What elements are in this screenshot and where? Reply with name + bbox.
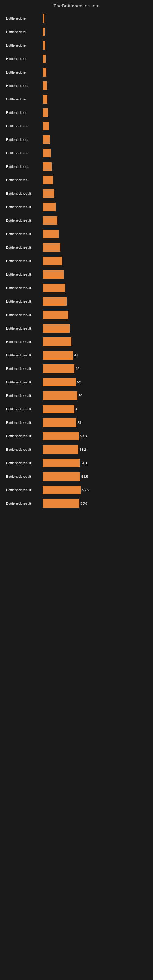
bar-fill	[43, 337, 71, 346]
bar-label: Bottleneck result	[6, 246, 43, 249]
bar-label: Bottleneck result	[6, 299, 43, 303]
bar-label: Bottleneck result	[6, 475, 43, 478]
page-header: TheBottlenecker.com	[0, 0, 153, 10]
bar-row: Bottleneck resu	[6, 161, 147, 172]
bar-fill	[43, 68, 46, 76]
bar-label: Bottleneck res	[6, 151, 43, 155]
bar-wrapper	[43, 337, 147, 346]
bar-label: Bottleneck resu	[6, 178, 43, 182]
bar-value: 53.8	[80, 434, 87, 438]
bar-fill	[43, 283, 65, 292]
bar-fill	[43, 472, 80, 481]
bar-row: Bottleneck result	[6, 188, 147, 199]
bar-row: Bottleneck result	[6, 202, 147, 213]
bar-label: Bottleneck result	[6, 286, 43, 290]
bar-label: Bottleneck result	[6, 313, 43, 317]
bar-row: Bottleneck result49	[6, 363, 147, 374]
bar-fill	[43, 41, 45, 49]
bar-wrapper	[43, 283, 147, 292]
bar-label: Bottleneck result	[6, 434, 43, 438]
chart-container: Bottleneck reBottleneck reBottleneck reB…	[0, 10, 153, 514]
bar-wrapper: 51.	[43, 418, 147, 427]
bar-wrapper	[43, 162, 147, 171]
bar-wrapper: 54.5	[43, 472, 147, 481]
bar-wrapper	[43, 14, 147, 23]
bar-wrapper	[43, 176, 147, 185]
bar-row: Bottleneck result48	[6, 350, 147, 361]
bar-row: Bottleneck res	[6, 121, 147, 132]
bar-label: Bottleneck re	[6, 70, 43, 74]
bar-label: Bottleneck result	[6, 353, 43, 357]
bar-label: Bottleneck result	[6, 380, 43, 384]
bar-wrapper	[43, 122, 147, 130]
bar-row: Bottleneck re	[6, 94, 147, 105]
bar-label: Bottleneck result	[6, 192, 43, 196]
bar-label: Bottleneck re	[6, 30, 43, 34]
bar-fill	[43, 378, 76, 387]
bar-value: 54.1	[81, 461, 87, 465]
bar-fill	[43, 14, 45, 23]
bar-wrapper	[43, 135, 147, 144]
bar-row: Bottleneck re	[6, 67, 147, 78]
bar-wrapper	[43, 189, 147, 198]
bar-fill	[43, 108, 48, 117]
bar-wrapper: 55%	[43, 486, 147, 494]
bar-row: Bottleneck re	[6, 107, 147, 118]
bar-row: Bottleneck result	[6, 215, 147, 226]
bar-row: Bottleneck result53.2	[6, 444, 147, 455]
bar-fill	[43, 95, 48, 103]
bar-fill	[43, 499, 79, 508]
bar-label: Bottleneck result	[6, 232, 43, 236]
bar-fill	[43, 162, 52, 171]
bar-fill	[43, 122, 49, 130]
bar-label: Bottleneck re	[6, 16, 43, 20]
bar-label: Bottleneck result	[6, 407, 43, 411]
bar-label: Bottleneck re	[6, 97, 43, 101]
bar-label: Bottleneck result	[6, 394, 43, 398]
bar-row: Bottleneck result54.5	[6, 471, 147, 482]
bar-fill	[43, 364, 74, 373]
bar-fill	[43, 230, 59, 238]
bar-wrapper: 53.8	[43, 432, 147, 441]
bar-label: Bottleneck re	[6, 57, 43, 60]
bar-row: Bottleneck re	[6, 40, 147, 51]
bar-value: 4	[76, 407, 77, 411]
bar-fill	[43, 203, 56, 211]
bar-value: 49	[76, 367, 79, 371]
bar-label: Bottleneck result	[6, 461, 43, 465]
bar-value: 53.2	[80, 448, 86, 452]
bar-fill	[43, 432, 79, 441]
bar-row: Bottleneck re	[6, 13, 147, 24]
bar-fill	[43, 81, 47, 90]
bar-row: Bottleneck res	[6, 148, 147, 159]
bar-fill	[43, 54, 46, 63]
bar-wrapper	[43, 324, 147, 332]
bar-row: Bottleneck result	[6, 282, 147, 293]
bar-wrapper	[43, 108, 147, 117]
bar-wrapper	[43, 203, 147, 211]
bar-wrapper	[43, 216, 147, 225]
bar-wrapper	[43, 230, 147, 238]
bar-wrapper	[43, 257, 147, 265]
bar-wrapper	[43, 243, 147, 252]
bar-fill	[43, 149, 51, 158]
bar-wrapper: 54.1	[43, 459, 147, 467]
bar-wrapper: 53%	[43, 499, 147, 508]
bar-wrapper	[43, 81, 147, 90]
bar-label: Bottleneck result	[6, 421, 43, 425]
bar-fill	[43, 257, 62, 265]
bar-fill	[43, 310, 68, 319]
bar-wrapper: 48	[43, 351, 147, 360]
bar-label: Bottleneck re	[6, 43, 43, 47]
bar-value: 55%	[82, 488, 89, 492]
bar-value: 48	[74, 353, 78, 357]
bar-wrapper: 50	[43, 391, 147, 400]
bar-label: Bottleneck res	[6, 124, 43, 128]
bar-fill	[43, 418, 76, 427]
bar-fill	[43, 405, 74, 414]
bar-wrapper	[43, 95, 147, 103]
bar-label: Bottleneck result	[6, 219, 43, 222]
bar-value: 53%	[80, 502, 87, 505]
bar-wrapper	[43, 270, 147, 279]
bar-row: Bottleneck result53%	[6, 498, 147, 509]
